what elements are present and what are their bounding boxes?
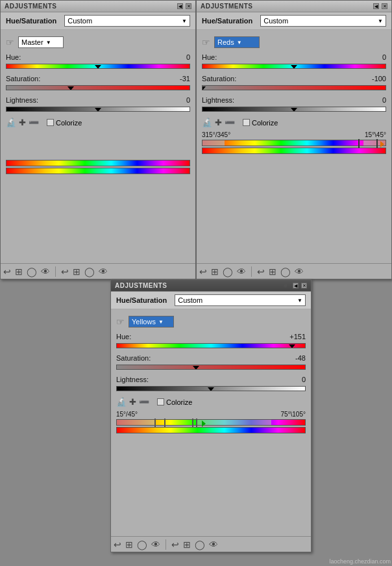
right-sat-track-container[interactable]: [202, 83, 386, 92]
left-channel-arrow: ▼: [46, 40, 51, 45]
bottom-colorize-label: Colorize: [166, 398, 192, 406]
left-colorize-checkbox[interactable]: [47, 119, 54, 126]
left-eyedropper1-icon[interactable]: 🔬: [6, 118, 16, 127]
bottom-minimize-btn[interactable]: ◀: [293, 283, 299, 289]
right-tb-circle[interactable]: ◯: [223, 266, 233, 277]
bottom-handle1[interactable]: [154, 418, 156, 428]
left-panel-header: Hue/Saturation Custom ▼: [1, 12, 195, 30]
bottom-colorize-checkbox[interactable]: [157, 398, 164, 405]
bottom-range-text: 15°/45° 75°\105°: [116, 411, 306, 418]
left-tb-arrow[interactable]: ↩: [3, 266, 11, 277]
bottom-sat-track-container[interactable]: [116, 363, 306, 372]
right-spectrum: [202, 140, 386, 146]
right-tb-r2[interactable]: ↩: [257, 266, 265, 277]
bottom-preset-arrow: ▼: [297, 298, 302, 303]
bottom-hue-row: Hue: +151: [116, 333, 306, 350]
right-sat-row: Saturation: -100: [202, 75, 386, 92]
left-tb-c2[interactable]: ◯: [84, 266, 95, 277]
bottom-panel: ADJUSTMENTS ≡ ◀ ✕ Hue/Saturation Custom …: [110, 279, 312, 552]
right-bottom-toolbar: ↩ ⊞ ◯ 👁 ↩ ⊞ ◯ 👁: [197, 263, 391, 279]
bottom-sat-row: Saturation: -48: [116, 354, 306, 372]
left-light-track-container[interactable]: [6, 105, 190, 114]
right-light-track-container[interactable]: [202, 105, 386, 114]
right-colorize-check[interactable]: Colorize: [243, 119, 278, 127]
minimize-btn[interactable]: ◀: [177, 3, 183, 9]
right-hue-track-container[interactable]: [202, 62, 386, 71]
left-tb-e2[interactable]: 👁: [99, 266, 108, 277]
right-minimize-btn[interactable]: ◀: [373, 3, 379, 9]
right-channel-row: ☞ Reds ▼: [202, 36, 386, 48]
right-tb-e2[interactable]: 👁: [295, 266, 304, 277]
right-preset-arrow: ▼: [378, 18, 383, 24]
left-tb-layers[interactable]: ⊞: [15, 266, 23, 277]
left-hue-track-container[interactable]: [6, 62, 190, 71]
bottom-hue-track: [116, 343, 306, 348]
right-hue-label: Hue:: [202, 53, 217, 61]
bottom-tb-e2[interactable]: 👁: [209, 539, 218, 550]
left-light-thumb: [95, 108, 101, 112]
bottom-handle2[interactable]: [164, 418, 165, 428]
left-preset-dropdown[interactable]: Custom ▼: [64, 15, 190, 27]
bottom-light-track-container[interactable]: [116, 384, 306, 393]
bottom-channel-dropdown[interactable]: Yellows ▼: [129, 316, 174, 328]
bottom-handle4[interactable]: [196, 418, 197, 428]
right-range-handle2[interactable]: [376, 139, 378, 148]
bottom-hue-track-container[interactable]: [116, 341, 306, 350]
close-btn[interactable]: ✕: [186, 3, 191, 9]
bottom-spectrum2: [116, 427, 306, 433]
right-eyedropper2-icon[interactable]: ✚: [215, 118, 222, 127]
left-sat-track-container[interactable]: [6, 83, 190, 92]
right-tools-row: 🔬 ✚ ➖ Colorize: [202, 118, 386, 127]
bottom-tb-layers[interactable]: ⊞: [125, 539, 133, 550]
right-sat-label: Saturation:: [202, 75, 236, 83]
left-panel-titlebar: ADJUSTMENTS ◀ ✕: [1, 1, 195, 12]
left-hue-thumb: [95, 65, 101, 69]
titlebar-controls: ◀ ✕: [177, 3, 191, 9]
right-close-btn[interactable]: ✕: [382, 3, 387, 9]
right-range-text: 315°/345° 15°\45°: [202, 131, 386, 138]
left-colorize-label: Colorize: [56, 119, 82, 127]
right-tb-arrow[interactable]: ↩: [199, 266, 207, 277]
right-range-handle1[interactable]: [358, 139, 360, 148]
bottom-eyedropper3-icon[interactable]: ➖: [139, 397, 149, 407]
left-tb-eye[interactable]: 👁: [41, 266, 50, 277]
left-colorize-check[interactable]: Colorize: [47, 119, 82, 127]
left-spectrum2: [6, 168, 190, 174]
left-panel-content: ☞ Master ▼ Hue: 0 Saturation: -31: [1, 30, 195, 178]
bottom-hue-value: +151: [286, 333, 306, 341]
left-eyedropper3-icon[interactable]: ➖: [29, 118, 39, 127]
right-channel-dropdown[interactable]: Reds ▼: [214, 36, 260, 48]
bottom-tb-eye[interactable]: 👁: [151, 539, 160, 550]
right-hue-track: [202, 64, 386, 69]
left-tb-r2[interactable]: ↩: [61, 266, 69, 277]
right-preset-dropdown[interactable]: Custom ▼: [260, 15, 386, 27]
watermark: laocheng.chezdian.com: [329, 558, 391, 565]
right-tb-c2[interactable]: ◯: [280, 266, 291, 277]
bottom-handle3[interactable]: [192, 418, 193, 428]
right-colorize-checkbox[interactable]: [243, 119, 250, 126]
left-tb-circle[interactable]: ◯: [27, 266, 37, 277]
bottom-tb-circle[interactable]: ◯: [137, 539, 147, 550]
left-eyedropper2-icon[interactable]: ✚: [19, 118, 26, 127]
right-hue-row: Hue: 0: [202, 53, 386, 71]
left-channel-dropdown[interactable]: Master ▼: [18, 36, 64, 48]
bottom-panel-menu[interactable]: ≡: [284, 282, 288, 289]
left-sat-label: Saturation:: [6, 75, 40, 83]
bottom-close-btn[interactable]: ✕: [301, 283, 307, 289]
bottom-tb-arrow[interactable]: ↩: [114, 539, 121, 550]
right-eyedropper1-icon[interactable]: 🔬: [202, 118, 212, 127]
bottom-tb-sep: [165, 539, 166, 550]
right-tb-layers[interactable]: ⊞: [211, 266, 219, 277]
bottom-eyedropper1-icon[interactable]: 🔬: [116, 397, 127, 407]
right-light-label: Lightness:: [202, 96, 234, 104]
right-eyedropper3-icon[interactable]: ➖: [225, 118, 235, 127]
bottom-tb-l2[interactable]: ⊞: [183, 539, 191, 550]
bottom-tb-c2[interactable]: ◯: [195, 539, 205, 550]
bottom-colorize-check[interactable]: Colorize: [157, 398, 192, 406]
bottom-eyedropper2-icon[interactable]: ✚: [129, 397, 136, 407]
bottom-tb-r2[interactable]: ↩: [171, 539, 179, 550]
right-tb-l2[interactable]: ⊞: [269, 266, 276, 277]
left-tb-l2[interactable]: ⊞: [73, 266, 80, 277]
right-tb-eye[interactable]: 👁: [237, 266, 246, 277]
bottom-preset-dropdown[interactable]: Custom ▼: [175, 294, 306, 306]
